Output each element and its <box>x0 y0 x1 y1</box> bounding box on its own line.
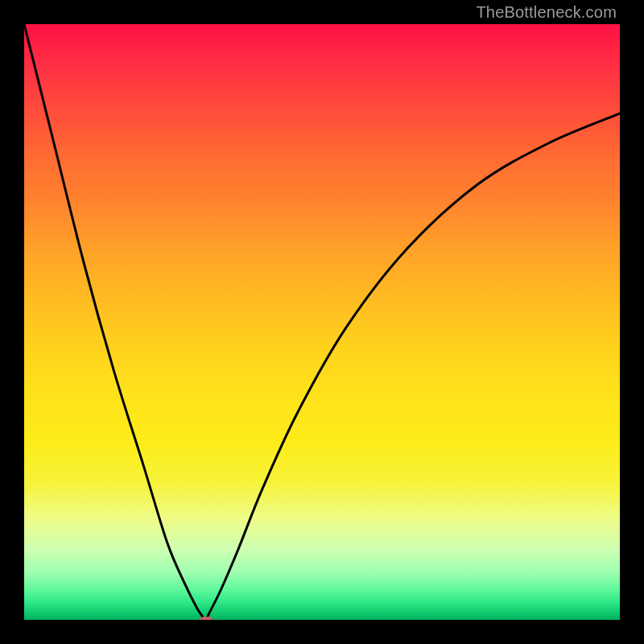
curve-svg <box>24 24 620 620</box>
plot-area <box>24 24 620 620</box>
watermark-text: TheBottleneck.com <box>476 3 617 22</box>
min-marker <box>199 617 213 620</box>
bottleneck-curve <box>24 24 620 620</box>
chart-frame: TheBottleneck.com <box>0 0 644 644</box>
